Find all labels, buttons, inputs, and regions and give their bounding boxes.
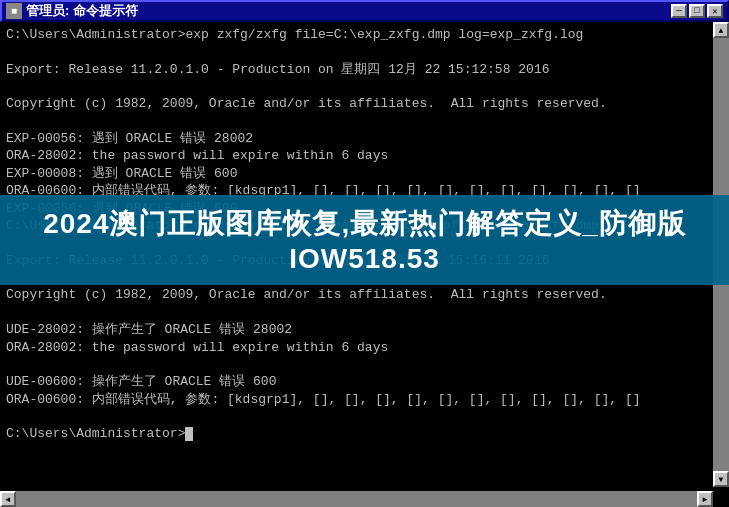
terminal-line: UDE-28002: 操作产生了 ORACLE 错误 28002 — [6, 321, 723, 339]
title-text: 管理员: 命令提示符 — [26, 2, 138, 20]
terminal-line — [6, 408, 723, 425]
terminal-line: Copyright (c) 1982, 2009, Oracle and/or … — [6, 286, 723, 304]
terminal-line: ORA-00600: 内部错误代码, 参数: [kdsgrp1], [], []… — [6, 391, 723, 409]
title-buttons: ─ □ ✕ — [671, 4, 723, 18]
scroll-up-button[interactable]: ▲ — [713, 22, 729, 38]
title-bar: ■ 管理员: 命令提示符 ─ □ ✕ — [0, 0, 729, 22]
terminal-line: ORA-28002: the password will expire with… — [6, 339, 723, 357]
terminal-line: EXP-00008: 遇到 ORACLE 错误 600 — [6, 165, 723, 183]
cursor — [185, 427, 193, 441]
scroll-left-button[interactable]: ◄ — [0, 491, 16, 507]
terminal-line — [6, 356, 723, 373]
terminal-line: Export: Release 11.2.0.1.0 - Production … — [6, 61, 723, 79]
scrollbar-horizontal[interactable]: ◄ ► — [0, 491, 713, 507]
terminal-line: ORA-28002: the password will expire with… — [6, 147, 723, 165]
overlay-title: 2024澳门正版图库恢复,最新热门解答定义_防御版IOW518.53 — [0, 205, 729, 275]
terminal-line — [6, 44, 723, 61]
scroll-down-button[interactable]: ▼ — [713, 471, 729, 487]
title-icon: ■ — [6, 3, 22, 19]
terminal-line: C:\Users\Administrator>exp zxfg/zxfg fil… — [6, 26, 723, 44]
terminal-line — [6, 304, 723, 321]
title-bar-left: ■ 管理员: 命令提示符 — [6, 2, 138, 20]
terminal-line: C:\Users\Administrator> — [6, 425, 723, 443]
terminal-line: EXP-00056: 遇到 ORACLE 错误 28002 — [6, 130, 723, 148]
close-button[interactable]: ✕ — [707, 4, 723, 18]
minimize-button[interactable]: ─ — [671, 4, 687, 18]
terminal-line: UDE-00600: 操作产生了 ORACLE 错误 600 — [6, 373, 723, 391]
terminal-line: Copyright (c) 1982, 2009, Oracle and/or … — [6, 95, 723, 113]
scroll-track-horizontal[interactable] — [16, 491, 697, 507]
overlay-banner[interactable]: 2024澳门正版图库恢复,最新热门解答定义_防御版IOW518.53 — [0, 195, 729, 285]
terminal-line — [6, 78, 723, 95]
maximize-button[interactable]: □ — [689, 4, 705, 18]
scroll-right-button[interactable]: ► — [697, 491, 713, 507]
terminal-line — [6, 113, 723, 130]
